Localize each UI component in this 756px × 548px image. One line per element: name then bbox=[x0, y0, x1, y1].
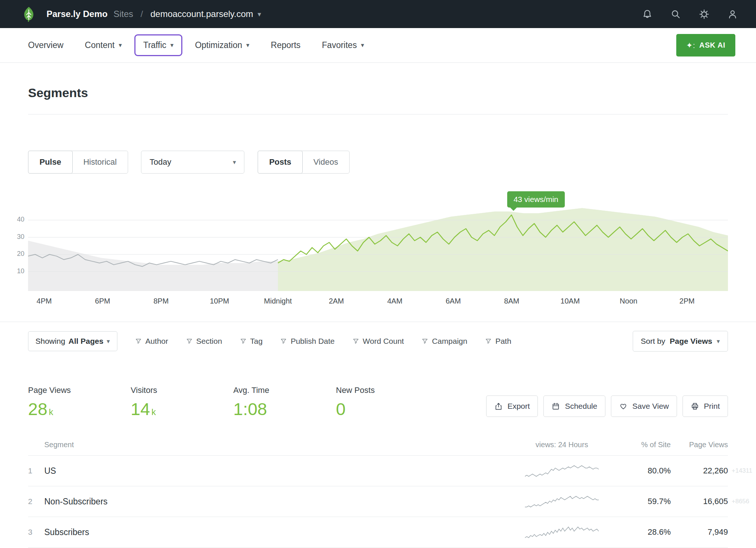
date-range-select[interactable]: Today ▾ bbox=[141, 151, 244, 174]
funnel-icon bbox=[485, 338, 492, 345]
export-button[interactable]: Export bbox=[486, 395, 538, 417]
header-views: views: 24 Hours bbox=[506, 441, 617, 449]
metric-value: 1:08 bbox=[233, 399, 267, 419]
sparkline-svg bbox=[525, 493, 599, 510]
filter-label: Author bbox=[145, 337, 168, 346]
action-label: Export bbox=[508, 402, 530, 411]
y-tick-label: 10 bbox=[17, 267, 24, 275]
y-tick-label: 40 bbox=[17, 216, 24, 223]
nav-label: Overview bbox=[28, 40, 63, 50]
row-rank: 3 bbox=[28, 528, 44, 537]
showing-value: All Pages bbox=[69, 337, 104, 346]
settings-button[interactable] bbox=[698, 8, 710, 20]
chevron-down-icon: ▾ bbox=[118, 41, 122, 49]
action-label: Print bbox=[704, 402, 720, 411]
nav-item-overview[interactable]: Overview bbox=[28, 40, 63, 50]
save-view-button[interactable]: Save View bbox=[611, 395, 677, 417]
chevron-down-icon: ▾ bbox=[246, 41, 250, 49]
nav-label: Reports bbox=[271, 40, 301, 50]
row-page-views: 16,605 +8656 bbox=[671, 497, 728, 506]
segments-table: Segment views: 24 Hours % of Site Page V… bbox=[28, 441, 728, 548]
printer-icon bbox=[691, 402, 699, 411]
nav-label: Traffic bbox=[143, 40, 166, 50]
row-page-views: 22,260 +14311 bbox=[671, 466, 728, 476]
print-button[interactable]: Print bbox=[683, 395, 728, 417]
pulse-chart-svg bbox=[28, 180, 728, 291]
ask-ai-button[interactable]: ✦: ASK AI bbox=[676, 34, 735, 56]
filter-publish-date[interactable]: Publish Date bbox=[280, 337, 334, 346]
table-row[interactable]: 2 Non-Subscribers 59.7% 16,605 +8656 bbox=[28, 486, 728, 517]
date-range-value: Today bbox=[150, 157, 171, 167]
table-row[interactable]: 3 Subscribers 28.6% 7,949 bbox=[28, 517, 728, 548]
filter-author[interactable]: Author bbox=[135, 337, 168, 346]
notifications-button[interactable] bbox=[642, 8, 653, 20]
action-label: Save View bbox=[632, 402, 669, 411]
x-tick-label: Midnight bbox=[264, 297, 292, 305]
filter-label: Tag bbox=[250, 337, 263, 346]
metric-label: Avg. Time bbox=[233, 386, 336, 395]
filter-label: Path bbox=[495, 337, 511, 346]
search-icon bbox=[670, 8, 681, 20]
chevron-down-icon: ▾ bbox=[233, 158, 236, 166]
toggle-pulse[interactable]: Pulse bbox=[28, 151, 73, 174]
header-segment: Segment bbox=[44, 441, 506, 449]
gear-icon bbox=[698, 8, 710, 20]
header-pct-of-site: % of Site bbox=[617, 441, 671, 449]
filter-tag[interactable]: Tag bbox=[240, 337, 263, 346]
schedule-button[interactable]: Schedule bbox=[543, 395, 605, 417]
filter-campaign[interactable]: Campaign bbox=[422, 337, 467, 346]
toggle-historical[interactable]: Historical bbox=[72, 151, 128, 173]
filter-label: Campaign bbox=[432, 337, 467, 346]
y-tick-label: 30 bbox=[17, 233, 24, 241]
filter-word-count[interactable]: Word Count bbox=[353, 337, 404, 346]
metrics-row: Page Views 28k Visitors 14k Avg. Time 1:… bbox=[28, 386, 728, 418]
x-tick-label: 4AM bbox=[387, 297, 402, 305]
metric-label: Visitors bbox=[131, 386, 233, 395]
x-tick-label: 6PM bbox=[95, 297, 110, 305]
toggle-posts[interactable]: Posts bbox=[258, 151, 303, 174]
filter-label: Section bbox=[196, 337, 222, 346]
nav-item-optimization[interactable]: Optimization ▾ bbox=[195, 40, 249, 50]
search-button[interactable] bbox=[670, 8, 681, 20]
metric-value: 28 bbox=[28, 399, 47, 419]
site-selector[interactable]: demoaccount.parsely.com ▾ bbox=[150, 9, 261, 19]
showing-pages-select[interactable]: Showing All Pages ▾ bbox=[28, 331, 117, 351]
chevron-down-icon: ▾ bbox=[717, 338, 720, 345]
chart-x-axis: 4PM6PM8PM10PMMidnight2AM4AM6AM8AM10AMNoo… bbox=[28, 297, 728, 307]
toggle-videos[interactable]: Videos bbox=[302, 151, 349, 173]
x-tick-label: 10PM bbox=[210, 297, 229, 305]
row-page-views: 7,949 bbox=[671, 527, 728, 537]
nav-item-favorites[interactable]: Favorites ▾ bbox=[322, 40, 364, 50]
filter-path[interactable]: Path bbox=[485, 337, 511, 346]
sites-label: Sites bbox=[113, 9, 133, 19]
page-views-delta: +8656 bbox=[732, 498, 749, 505]
section-divider bbox=[0, 322, 756, 322]
y-tick-label: 20 bbox=[17, 250, 24, 258]
x-tick-label: 6AM bbox=[446, 297, 461, 305]
sort-select[interactable]: Sort by Page Views ▾ bbox=[633, 331, 728, 352]
page-views-value: 7,949 bbox=[708, 527, 728, 537]
nav-item-reports[interactable]: Reports bbox=[271, 40, 301, 50]
page-views-value: 22,260 bbox=[703, 466, 728, 475]
parsely-logo bbox=[21, 6, 37, 22]
row-sparkline bbox=[506, 493, 617, 510]
topbar: Parse.ly Demo Sites / demoaccount.parsel… bbox=[0, 0, 756, 28]
table-row[interactable]: 1 US 80.0% 22,260 +14311 bbox=[28, 456, 728, 486]
row-pct-of-site: 80.0% bbox=[617, 466, 671, 476]
table-header: Segment views: 24 Hours % of Site Page V… bbox=[28, 441, 728, 456]
sparkline-svg bbox=[525, 463, 599, 479]
nav-label: Optimization bbox=[195, 40, 242, 50]
nav-item-content[interactable]: Content ▾ bbox=[85, 40, 122, 50]
filter-label: Publish Date bbox=[291, 337, 334, 346]
funnel-icon bbox=[353, 338, 359, 345]
export-icon bbox=[494, 402, 503, 411]
posts-videos-toggle: Posts Videos bbox=[258, 151, 350, 174]
nav-label: Content bbox=[85, 40, 115, 50]
account-button[interactable] bbox=[727, 8, 738, 20]
person-icon bbox=[727, 8, 738, 20]
page-views-value: 16,605 bbox=[703, 497, 728, 506]
filter-section[interactable]: Section bbox=[186, 337, 222, 346]
metric-avg-time: Avg. Time 1:08 bbox=[233, 386, 336, 418]
nav-item-traffic[interactable]: Traffic ▾ bbox=[134, 34, 182, 56]
filter-bar: Showing All Pages ▾ Author Section Tag P… bbox=[28, 331, 728, 352]
